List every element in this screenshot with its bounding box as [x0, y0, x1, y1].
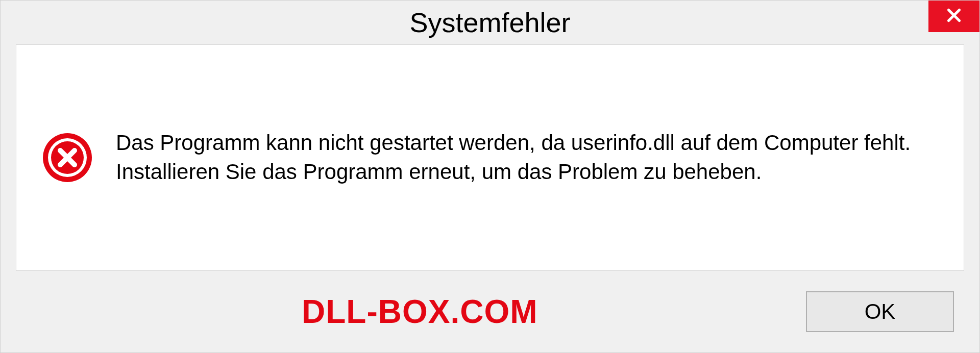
error-message: Das Programm kann nicht gestartet werden…: [116, 129, 938, 186]
error-dialog: Systemfehler Das Programm kann nicht ges…: [0, 0, 980, 353]
close-icon: [945, 6, 963, 27]
footer: DLL-BOX.COM OK: [1, 271, 979, 352]
error-icon: [42, 132, 93, 183]
close-button[interactable]: [928, 1, 979, 32]
dialog-title: Systemfehler: [409, 7, 570, 38]
watermark-text: DLL-BOX.COM: [302, 293, 538, 331]
content-panel: Das Programm kann nicht gestartet werden…: [16, 44, 964, 271]
ok-button[interactable]: OK: [806, 291, 954, 332]
titlebar: Systemfehler: [1, 1, 979, 44]
